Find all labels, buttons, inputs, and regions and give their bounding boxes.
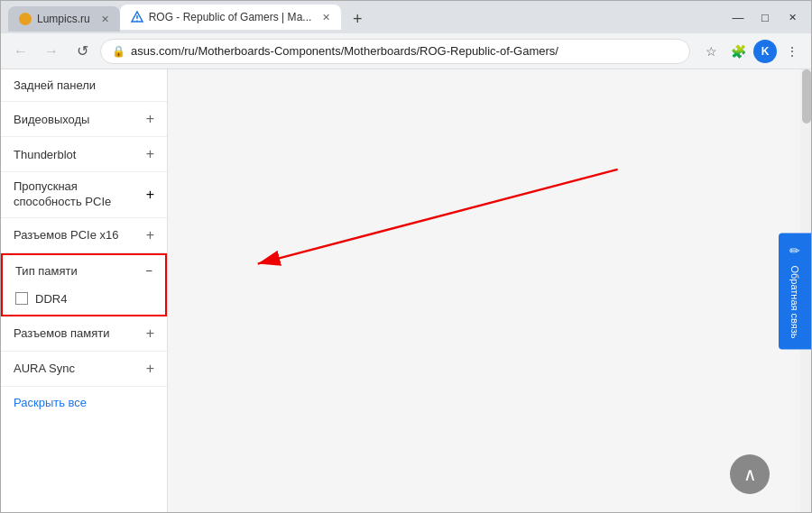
sidebar-item-thunderblot-icon: +	[146, 146, 154, 162]
svg-point-2	[136, 20, 138, 22]
feedback-label: Обратная связь	[789, 265, 800, 338]
extensions-icon[interactable]: 🧩	[726, 40, 750, 63]
close-button[interactable]: ✕	[780, 9, 804, 25]
sidebar-header-item[interactable]: Задней панели	[1, 69, 167, 102]
lumpics-favicon	[19, 13, 32, 25]
annotation-arrow	[168, 69, 811, 512]
feedback-button[interactable]: ✏ Обратная связь	[779, 233, 811, 349]
browser-frame: Lumpics.ru ✕ ROG - Republic of Gamers | …	[0, 0, 812, 513]
tab-rog-close[interactable]: ✕	[322, 12, 330, 23]
scroll-top-button[interactable]: ∧	[730, 454, 770, 494]
sidebar-header-label: Задней панели	[14, 78, 96, 92]
memory-type-header[interactable]: Тип памяти −	[3, 255, 165, 287]
tab-lumpics-close[interactable]: ✕	[101, 14, 109, 25]
memory-type-collapse-icon: −	[145, 264, 152, 278]
sidebar-item-thunderblot-label: Thunderblot	[14, 148, 76, 161]
sidebar-item-razemy-pamyati[interactable]: Разъемов памяти +	[1, 316, 167, 352]
memory-type-label: Тип памяти	[15, 264, 78, 278]
feedback-icon: ✏	[788, 243, 802, 258]
sidebar-item-aura-sync-icon: +	[146, 361, 154, 377]
sidebar-item-propusknaya[interactable]: Пропускная способность PCIe +	[1, 172, 167, 218]
tab-lumpics[interactable]: Lumpics.ru ✕	[8, 6, 120, 32]
address-input[interactable]: 🔒 asus.com/ru/Motherboards-Components/Mo…	[100, 39, 690, 64]
svg-line-4	[258, 169, 618, 264]
rog-favicon	[131, 11, 143, 23]
content-area: Задней панели Видеовыходы + Thunderblot …	[1, 69, 811, 512]
sidebar-item-razemy-pamyati-icon: +	[146, 325, 154, 342]
ddr4-checkbox[interactable]	[15, 292, 28, 305]
scrollbar-thumb[interactable]	[802, 69, 811, 124]
main-content: ✏ Обратная связь ∧	[168, 69, 811, 512]
sidebar-item-aura-sync[interactable]: AURA Sync +	[1, 352, 167, 387]
expand-all-button[interactable]: Раскрыть все	[1, 387, 167, 418]
forward-button[interactable]: →	[39, 39, 64, 64]
maximize-button[interactable]: □	[753, 9, 777, 25]
ddr4-checkbox-row[interactable]: DDR4	[15, 292, 152, 306]
url-text: asus.com/ru/Motherboards-Components/Moth…	[131, 44, 678, 58]
tab-rog-label: ROG - Republic of Gamers | Ма...	[149, 11, 312, 23]
menu-button[interactable]: ⋮	[780, 40, 804, 63]
sidebar-item-aura-sync-label: AURA Sync	[14, 362, 75, 375]
sidebar-item-razemy-pcie-icon: +	[146, 227, 154, 243]
sidebar-item-razemy-pcie-label: Разъемов PCIe x16	[14, 228, 119, 242]
back-button[interactable]: ←	[8, 39, 33, 64]
memory-type-section: Тип памяти − DDR4	[1, 253, 167, 316]
sidebar-item-thunderblot[interactable]: Thunderblot +	[1, 137, 167, 172]
add-tab-button[interactable]: +	[345, 6, 370, 32]
sidebar-item-razemy-pcie[interactable]: Разъемов PCIe x16 +	[1, 218, 167, 253]
tab-lumpics-label: Lumpics.ru	[37, 13, 90, 25]
address-bar: ← → ↺ 🔒 asus.com/ru/Motherboards-Compone…	[1, 33, 811, 69]
sidebar-item-propusknaya-label: Пропускная способность PCIe	[14, 179, 146, 210]
sidebar-item-videovyhody-icon: +	[146, 111, 154, 127]
window-controls: — □ ✕	[726, 9, 804, 25]
profile-button[interactable]: K	[753, 40, 777, 63]
bookmark-icon[interactable]: ☆	[699, 40, 723, 63]
tab-rog[interactable]: ROG - Republic of Gamers | Ма... ✕	[120, 5, 342, 30]
title-bar: Lumpics.ru ✕ ROG - Republic of Gamers | …	[1, 1, 811, 33]
sidebar-item-videovyhody-label: Видеовыходы	[14, 113, 89, 126]
sidebar-item-razemy-pamyati-label: Разъемов памяти	[14, 326, 110, 340]
minimize-button[interactable]: —	[726, 9, 750, 25]
sidebar-item-videovyhody[interactable]: Видеовыходы +	[1, 102, 167, 137]
lock-icon: 🔒	[112, 45, 125, 58]
memory-type-content: DDR4	[3, 287, 165, 315]
sidebar-item-propusknaya-icon: +	[146, 187, 154, 203]
ddr4-label: DDR4	[35, 292, 67, 306]
reload-button[interactable]: ↺	[69, 39, 95, 64]
address-actions: ☆ 🧩 K ⋮	[699, 40, 804, 63]
sidebar-panel: Задней панели Видеовыходы + Thunderblot …	[1, 69, 168, 512]
scroll-top-icon: ∧	[743, 463, 757, 485]
